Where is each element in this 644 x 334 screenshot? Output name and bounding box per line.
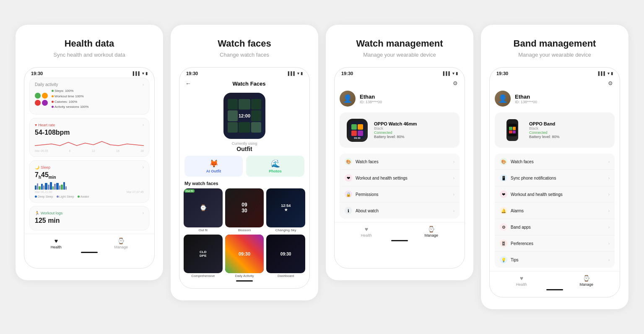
- wf-cat-ai[interactable]: 🦊 AI Outfit: [184, 156, 243, 177]
- wf-face-3[interactable]: CLDDPE Comprehensive: [184, 235, 223, 278]
- card4-title: Band management: [489, 38, 620, 49]
- heart-chart: [35, 138, 144, 149]
- bm-menu-item-0[interactable]: 🎨 Watch faces ›: [495, 154, 615, 170]
- workout-chevron: ›: [143, 211, 144, 215]
- bm-menu-item-6[interactable]: 💡 Tips ›: [495, 252, 615, 268]
- workout-label-row: 🏃 Workout logs: [35, 211, 62, 215]
- activity-card[interactable]: Daily activity › Steps: 100% Workout ti: [29, 78, 149, 115]
- wm-nav-manage[interactable]: ⌚ Manage: [425, 226, 439, 237]
- wf-preview-watch: 12:00: [223, 93, 265, 139]
- watch-management-card: Watch management Manage your wearable de…: [326, 25, 473, 280]
- bm-profile-info: Ethan ID: 138****00: [515, 94, 537, 104]
- bm-menu-label-5: Perferences: [511, 241, 605, 246]
- wm-menu-label-0: Watch faces: [356, 159, 450, 164]
- nav-manage[interactable]: ⌚ Manage: [114, 237, 128, 249]
- bm-menu-item-5[interactable]: 🎛 Perferences ›: [495, 235, 615, 252]
- logo-q3: [35, 100, 41, 106]
- sleep-card[interactable]: 🌙 Sleep › 7h45min: [29, 160, 149, 203]
- wf-screen-title: Watch Faces: [195, 81, 304, 87]
- activity-chevron: ›: [143, 82, 144, 87]
- bm-menu-item-3[interactable]: 🔔 Alarms ›: [495, 203, 615, 219]
- wf-face-0[interactable]: Out fit ⌚ Out fit: [184, 188, 223, 232]
- bm-device-img: [500, 117, 525, 143]
- wm-menu-item-3[interactable]: ℹ About watch ›: [340, 203, 460, 219]
- wf-photos-icon: 🌊: [249, 159, 302, 168]
- bm-chevron-1: ›: [608, 176, 610, 180]
- wf-face-1[interactable]: 0930 Blossom: [225, 188, 264, 232]
- wm-menu-item-1[interactable]: ❤ Workout and health settings ›: [340, 170, 460, 186]
- bm-band-apps-icon: ⚙: [500, 223, 507, 231]
- bm-wifi-icon: ▾: [608, 71, 610, 76]
- bm-profile-row: 👤 Ethan ID: 138****00: [495, 91, 615, 107]
- wm-user-id: ID: 138****00: [360, 100, 382, 104]
- bm-device-card: OPPO Band Black Connected Battery level:…: [495, 112, 615, 148]
- wf-signal-icon: ▌▌▌: [288, 71, 296, 76]
- wm-wifi-icon: ▾: [452, 71, 454, 76]
- workout-time-stat: Workout time 100%: [55, 94, 84, 98]
- wm-profile-row: 👤 Ethan ID: 138****00: [340, 91, 460, 107]
- settings-gear-icon[interactable]: ⚙: [453, 80, 458, 86]
- chart-label-start: Mar 06,03: [35, 149, 48, 152]
- wf-face-4[interactable]: 09:30 Daily Activity: [225, 235, 264, 278]
- bm-settings-gear-icon[interactable]: ⚙: [608, 80, 613, 86]
- wm-health-icon: ❤: [345, 174, 352, 182]
- bm-menu-label-1: Sync phone notifications: [511, 176, 605, 180]
- bm-menu-list: 🎨 Watch faces › 📱 Sync phone notificatio…: [495, 154, 615, 268]
- card2-subtitle: Change watch faces: [179, 52, 310, 58]
- card2-title: Watch faces: [179, 38, 310, 49]
- sleep-header: 🌙 Sleep ›: [35, 165, 144, 170]
- bm-menu-item-2[interactable]: ❤ Workout and health settings ›: [495, 186, 615, 203]
- wm-device-battery: Battery level: 80%: [374, 135, 417, 139]
- bm-nav-health[interactable]: ♥ Health: [516, 275, 527, 287]
- bm-chevron-4: ›: [608, 225, 610, 230]
- wm-battery-icon: ▮: [456, 71, 458, 76]
- wm-nav-health[interactable]: ♥ Health: [361, 226, 372, 237]
- bm-nav-manage[interactable]: ⌚ Manage: [580, 275, 594, 287]
- card1-subtitle: Sync health and workout data: [24, 52, 155, 58]
- wm-user-name: Ethan: [360, 94, 382, 100]
- sleep-label-row: 🌙 Sleep: [35, 165, 50, 170]
- bm-device-name: OPPO Band: [529, 121, 560, 126]
- heart-header: ♥ Heart rate ›: [35, 123, 144, 127]
- wf-faces-grid: Out fit ⌚ Out fit 0930 Blossom 12:54★: [179, 188, 309, 278]
- wm-menu-list: 🎨 Watch faces › ❤ Workout and health set…: [340, 154, 460, 219]
- bm-avatar: 👤: [495, 91, 511, 107]
- bm-menu-item-1[interactable]: 📱 Sync phone notifications ›: [495, 170, 615, 186]
- wf-face-label-0: Out fit: [199, 228, 208, 232]
- bm-user-name: Ethan: [515, 94, 537, 100]
- heart-rate-card[interactable]: ♥ Heart rate › 54-108bpm Mar 06,03 6: [29, 118, 149, 157]
- workout-card[interactable]: 🏃 Workout logs › 125 min: [29, 206, 149, 230]
- wf-face-5[interactable]: 09:30 Dashboard: [266, 235, 305, 278]
- bm-band-body: [506, 119, 518, 141]
- wf-face-label-2: Changing Sky: [275, 228, 296, 232]
- wm-watch-body: 09:30: [347, 119, 368, 142]
- watch-manage-phone-mockup: 19:30 ▌▌▌ ▾ ▮ ⚙ 👤 Ethan ID: 138****00: [334, 67, 465, 269]
- bm-chevron-6: ›: [608, 258, 610, 262]
- status-time: 19:30: [31, 71, 43, 76]
- bm-signal-icon: ▌▌▌: [598, 71, 606, 76]
- activity-grid: Steps: 100% Workout time 100% Calories: …: [35, 89, 144, 110]
- sleep-legend: Deep Sleep Light Sleep Awake: [35, 195, 144, 198]
- bm-health-icon: ❤: [500, 190, 507, 198]
- wf-pattern: 12:00: [228, 99, 261, 133]
- watch-faces-card: Watch faces Change watch faces 19:30 ▌▌▌…: [171, 25, 318, 300]
- workout-header: 🏃 Workout logs ›: [35, 211, 144, 215]
- wf-face-label-5: Dashboard: [278, 274, 294, 278]
- bm-tips-icon: 💡: [500, 256, 507, 264]
- wm-profile-info: Ethan ID: 138****00: [360, 94, 382, 104]
- logo-q4: [42, 100, 48, 106]
- nav-health[interactable]: ♥ Health: [51, 237, 62, 249]
- bm-manage-header: ⚙: [495, 78, 615, 91]
- wm-menu-label-2: Permissions: [356, 192, 450, 197]
- bm-nav: ♥ Health ⌚ Manage: [490, 271, 620, 287]
- wm-permissions-icon: 🔒: [345, 190, 352, 198]
- bm-menu-item-4[interactable]: ⚙ Band apps ›: [495, 219, 615, 235]
- wm-menu-item-2[interactable]: 🔒 Permissions ›: [340, 186, 460, 203]
- card3-subtitle: Manage your wearable device: [334, 52, 465, 58]
- watch-manage-screen: ⚙ 👤 Ethan ID: 138****00: [335, 78, 465, 219]
- wf-face-2[interactable]: 12:54★ Changing Sky: [266, 188, 305, 232]
- wf-cat-photos[interactable]: 🌊 Photos: [246, 156, 304, 177]
- wf-categories: 🦊 AI Outfit 🌊 Photos: [179, 156, 309, 177]
- wm-menu-item-0[interactable]: 🎨 Watch faces ›: [340, 154, 460, 170]
- wf-back-button[interactable]: ←: [185, 80, 191, 87]
